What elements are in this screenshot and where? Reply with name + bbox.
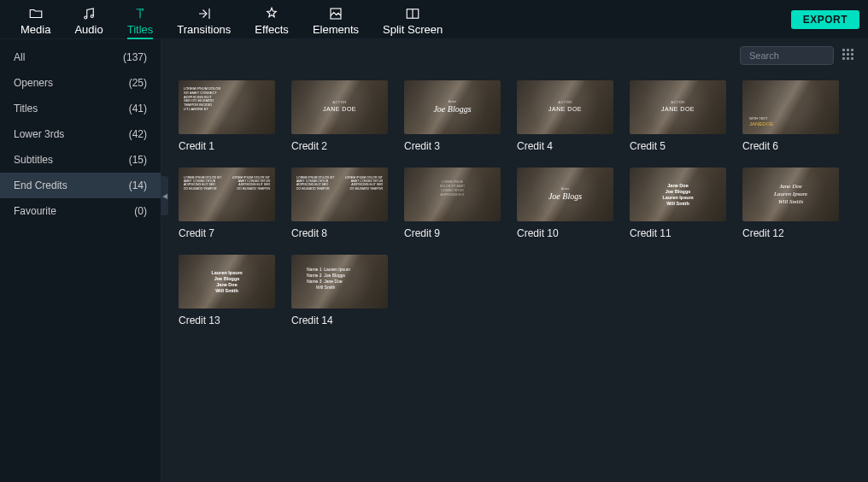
preset-thumbnail: Jane DoeLauren IpsumWill Smith (742, 168, 839, 221)
tab-transitions[interactable]: Transitions (165, 0, 243, 39)
title-preset-item[interactable]: LOREM IPSUM DOLOR SITAMET CONSECTETURADI… (291, 168, 388, 239)
title-preset-item[interactable]: Name 1 Lauren Ipsum Name 2 Joe Bloggs Na… (291, 255, 388, 326)
tab-label: Elements (313, 23, 359, 36)
preset-thumbnail: ACTORJANE DOE (291, 80, 388, 134)
preset-thumbnail: ActorJoe Blogs (517, 168, 613, 221)
title-preset-item[interactable]: Jane DoeJoe BloggsLauren IpsumWill Smith… (630, 168, 726, 239)
title-preset-item[interactable]: ActorJoe BloggsCredit 3 (404, 80, 501, 152)
preset-label: Credit 5 (630, 140, 726, 152)
tab-splitscreen[interactable]: Split Screen (371, 0, 455, 39)
preset-thumbnail: ACTORJANE DOE (517, 80, 613, 134)
sidebar-item-titles[interactable]: Titles(41) (0, 96, 161, 121)
preset-thumbnail: LOREM IPSUM DOLOR SITAMET CONSECTETURADI… (291, 168, 388, 221)
preset-label: Credit 4 (517, 140, 613, 152)
tab-label: Effects (255, 23, 289, 36)
sidebar-item-label: End Credits (14, 179, 67, 191)
preset-thumbnail: Jane DoeJoe BloggsLauren IpsumWill Smith (630, 168, 726, 221)
tab-label: Transitions (177, 23, 231, 36)
preset-thumbnail: Name 1 Lauren Ipsum Name 2 Joe Bloggs Na… (291, 255, 388, 309)
sidebar-item-label: Openers (14, 77, 53, 89)
preset-label: Credit 6 (742, 140, 839, 152)
preset-thumbnail: ActorJoe Bloggs (404, 80, 501, 134)
preset-thumbnail: WITH TEXTJANEDOE (742, 80, 839, 134)
tab-effects[interactable]: Effects (243, 0, 301, 39)
title-preset-item[interactable]: LOREM IPSUM DOLORSIT AMET CONSECTADIPISC… (179, 80, 275, 152)
tab-elements[interactable]: Elements (301, 0, 371, 39)
preset-label: Credit 9 (404, 227, 501, 239)
preset-label: Credit 1 (179, 140, 275, 152)
svg-point-0 (85, 16, 87, 19)
preset-label: Credit 14 (291, 314, 388, 326)
sidebar-item-all[interactable]: All(137) (0, 44, 161, 70)
preset-label: Credit 12 (742, 227, 839, 239)
main-toolbar: MediaAudioTitlesTransitionsEffectsElemen… (0, 0, 868, 39)
title-preset-item[interactable]: Lauren IpsumJoe BloggsJane DoeWill Smith… (179, 255, 275, 326)
preset-label: Credit 3 (404, 140, 501, 152)
view-grid-toggle[interactable] (842, 49, 856, 62)
category-sidebar: All(137)Openers(25)Titles(41)Lower 3rds(… (0, 39, 161, 482)
tab-audio[interactable]: Audio (62, 0, 114, 39)
title-preset-item[interactable]: ACTORJANE DOECredit 2 (291, 80, 388, 152)
svg-point-1 (91, 15, 93, 18)
title-preset-item[interactable]: LOREM IPSUM DOLOR SITAMET CONSECTETURADI… (179, 168, 275, 239)
sidebar-item-label: All (14, 51, 25, 63)
tab-media[interactable]: Media (9, 0, 62, 39)
preset-label: Credit 2 (291, 140, 388, 152)
title-preset-item[interactable]: ACTORJANE DOECredit 4 (517, 80, 613, 152)
preset-label: Credit 10 (517, 227, 613, 239)
main-panel: LOREM IPSUM DOLORSIT AMET CONSECTADIPISC… (161, 39, 868, 482)
sidebar-item-count: (15) (129, 154, 147, 166)
sidebar-item-count: (14) (129, 179, 147, 191)
sidebar-item-label: Titles (14, 103, 38, 115)
preset-label: Credit 11 (630, 227, 726, 239)
sidebar-item-lower-3rds[interactable]: Lower 3rds(42) (0, 121, 161, 147)
sidebar-item-label: Subtitles (14, 154, 53, 166)
preset-label: Credit 8 (291, 227, 388, 239)
preset-thumbnail: ACTORJANE DOE (630, 80, 726, 134)
sidebar-item-count: (137) (123, 51, 147, 63)
sidebar-item-end-credits[interactable]: End Credits(14) (0, 173, 161, 198)
tab-label: Split Screen (383, 23, 443, 36)
preset-label: Credit 13 (179, 314, 275, 326)
title-preset-item[interactable]: ACTORJANE DOECredit 5 (630, 80, 726, 152)
title-preset-item[interactable]: ActorJoe BlogsCredit 10 (517, 168, 613, 239)
sidebar-item-subtitles[interactable]: Subtitles(15) (0, 147, 161, 173)
tab-label: Audio (74, 23, 103, 36)
title-preset-item[interactable]: Jane DoeLauren IpsumWill SmithCredit 12 (742, 168, 839, 239)
sidebar-item-count: (0) (134, 205, 147, 217)
tab-label: Titles (127, 23, 154, 36)
search-box[interactable] (740, 46, 834, 65)
preset-label: Credit 7 (179, 227, 275, 239)
sidebar-item-count: (41) (129, 103, 147, 115)
preset-thumbnail: LOREM IPSUMDOLOR SIT AMETCONSECTETURADIP… (404, 168, 501, 221)
sidebar-item-count: (42) (129, 128, 147, 140)
sidebar-item-count: (25) (129, 77, 147, 89)
sidebar-collapse-handle[interactable]: ◀ (161, 176, 168, 215)
sidebar-item-favourite[interactable]: Favourite(0) (0, 198, 161, 224)
title-preset-item[interactable]: WITH TEXTJANEDOECredit 6 (742, 80, 839, 152)
sidebar-item-label: Favourite (14, 205, 56, 217)
preset-thumbnail: LOREM IPSUM DOLORSIT AMET CONSECTADIPISC… (179, 80, 275, 134)
title-preset-item[interactable]: LOREM IPSUMDOLOR SIT AMETCONSECTETURADIP… (404, 168, 501, 239)
tab-label: Media (21, 23, 50, 36)
sidebar-item-openers[interactable]: Openers(25) (0, 70, 161, 96)
tab-titles[interactable]: Titles (115, 0, 166, 39)
export-button[interactable]: EXPORT (791, 10, 859, 29)
preset-thumbnail: Lauren IpsumJoe BloggsJane DoeWill Smith (179, 255, 275, 309)
sidebar-item-label: Lower 3rds (14, 128, 64, 140)
preset-thumbnail: LOREM IPSUM DOLOR SITAMET CONSECTETURADI… (179, 168, 275, 221)
